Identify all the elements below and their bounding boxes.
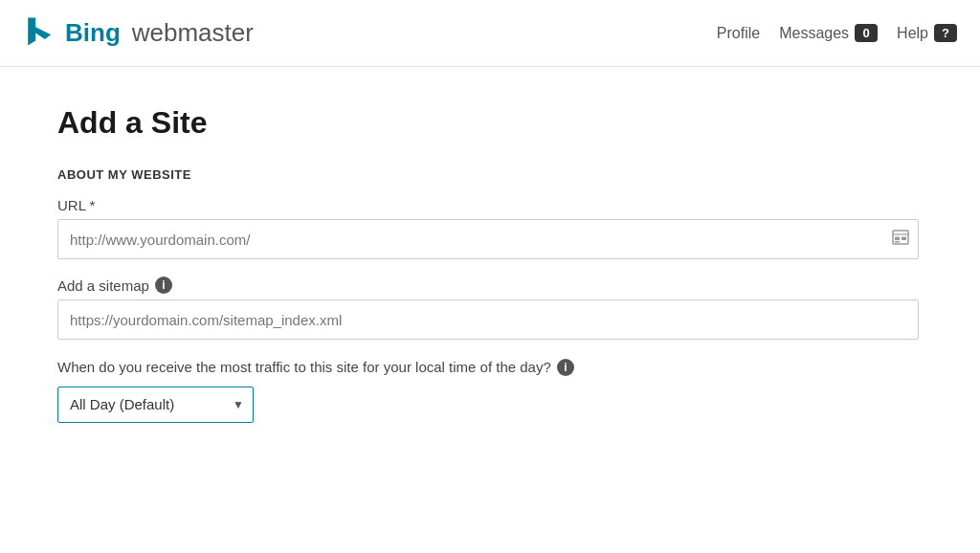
help-container: Help ? — [897, 24, 957, 42]
profile-link[interactable]: Profile — [717, 25, 760, 42]
section-heading: ABOUT MY WEBSITE — [57, 167, 923, 182]
logo-container: Bing webmaster — [23, 16, 254, 51]
sitemap-info-icon[interactable]: i — [155, 276, 172, 294]
logo-bing-text: Bing — [65, 18, 121, 48]
header-nav: Profile Messages 0 Help ? — [717, 24, 957, 42]
help-badge: ? — [934, 24, 957, 42]
main-content: Add a Site ABOUT MY WEBSITE URL * Add a … — [0, 67, 980, 478]
traffic-dropdown[interactable]: All Day (Default) Morning (6AM - 12PM) A… — [57, 387, 254, 423]
traffic-label: When do you receive the most traffic to … — [57, 357, 923, 379]
sitemap-input[interactable] — [57, 299, 919, 340]
svg-rect-3 — [902, 237, 906, 241]
bing-logo-icon — [23, 16, 57, 51]
sitemap-input-wrapper — [57, 299, 919, 340]
sitemap-label: Add a sitemap i — [57, 276, 923, 294]
traffic-select-container: All Day (Default) Morning (6AM - 12PM) A… — [57, 387, 254, 423]
header: Bing webmaster Profile Messages 0 Help ? — [0, 0, 980, 67]
logo-webmaster-text: webmaster — [132, 18, 254, 48]
page-title: Add a Site — [57, 105, 923, 141]
messages-container: Messages 0 — [779, 24, 878, 42]
messages-badge: 0 — [855, 24, 878, 42]
url-label: URL * — [57, 197, 923, 213]
traffic-info-icon[interactable]: i — [557, 359, 574, 376]
url-input-wrapper — [57, 219, 919, 259]
url-field-group: URL * — [57, 197, 923, 259]
help-link[interactable]: Help — [897, 25, 928, 42]
svg-rect-2 — [895, 237, 900, 241]
url-input-icon — [892, 230, 909, 249]
sitemap-field-group: Add a sitemap i — [57, 276, 923, 340]
traffic-field-group: When do you receive the most traffic to … — [57, 357, 923, 423]
url-input[interactable] — [57, 219, 919, 259]
messages-link[interactable]: Messages — [779, 25, 849, 42]
svg-rect-4 — [895, 241, 900, 243]
